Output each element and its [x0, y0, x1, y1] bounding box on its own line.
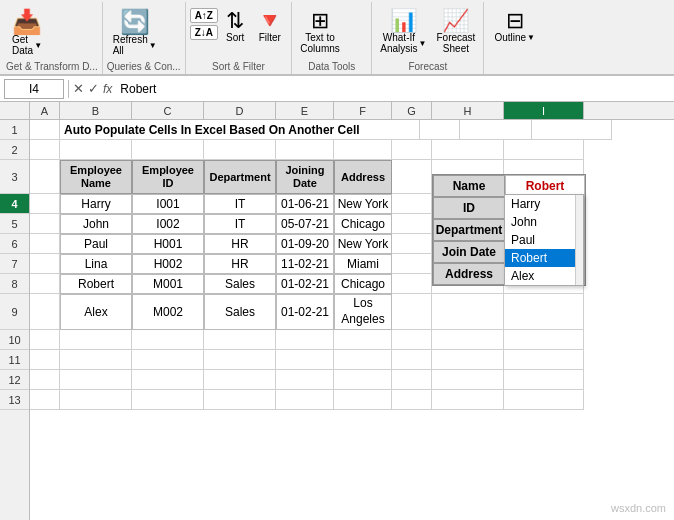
col-header-g[interactable]: G: [392, 102, 432, 119]
cell-e9[interactable]: 01-02-21: [276, 294, 334, 330]
cell-a1[interactable]: [30, 120, 60, 140]
formula-input[interactable]: Robert: [116, 81, 670, 97]
cell-c6[interactable]: H001: [132, 234, 204, 254]
cell-d9[interactable]: Sales: [204, 294, 276, 330]
cell-f3-header[interactable]: Address: [334, 160, 392, 194]
col-header-c[interactable]: C: [132, 102, 204, 119]
cell-c5[interactable]: I002: [132, 214, 204, 234]
dropdown-item-paul[interactable]: Paul: [505, 231, 583, 249]
cell-f6[interactable]: New York: [334, 234, 392, 254]
cell-h2[interactable]: [432, 140, 504, 160]
outline-button[interactable]: ⊟ Outline ▼: [488, 6, 541, 47]
cell-a5[interactable]: [30, 214, 60, 234]
col-header-a[interactable]: A: [30, 102, 60, 119]
sort-az-button[interactable]: A↑Z: [190, 8, 218, 23]
cell-b5[interactable]: John: [60, 214, 132, 234]
cell-f4[interactable]: New York: [334, 194, 392, 214]
cell-g2[interactable]: [392, 140, 432, 160]
cell-g3[interactable]: [392, 160, 432, 194]
cell-e6[interactable]: 01-09-20: [276, 234, 334, 254]
cell-d6[interactable]: HR: [204, 234, 276, 254]
cell-d7[interactable]: HR: [204, 254, 276, 274]
cell-a6[interactable]: [30, 234, 60, 254]
row-num-10[interactable]: 10: [0, 330, 29, 350]
row-num-6[interactable]: 6: [0, 234, 29, 254]
cell-e2[interactable]: [276, 140, 334, 160]
get-data-button[interactable]: 📥 Get Data ▼: [6, 6, 48, 60]
cell-c2[interactable]: [132, 140, 204, 160]
what-if-button[interactable]: 📊 What-IfAnalysis ▼: [376, 6, 430, 58]
dropdown-item-john[interactable]: John: [505, 213, 583, 231]
cell-b1[interactable]: Auto Populate Cells In Excel Based On An…: [60, 120, 420, 140]
dropdown-item-harry[interactable]: Harry: [505, 195, 583, 213]
col-header-d[interactable]: D: [204, 102, 276, 119]
cell-e3-header[interactable]: JoiningDate: [276, 160, 334, 194]
cell-a3[interactable]: [30, 160, 60, 194]
col-header-i[interactable]: I: [504, 102, 584, 119]
dropdown-item-alex[interactable]: Alex: [505, 267, 583, 285]
row-num-8[interactable]: 8: [0, 274, 29, 294]
row-num-13[interactable]: 13: [0, 390, 29, 410]
cell-f9[interactable]: LosAngeles: [334, 294, 392, 330]
row-num-4[interactable]: 4: [0, 194, 29, 214]
cell-e4[interactable]: 01-06-21: [276, 194, 334, 214]
cell-c9[interactable]: M002: [132, 294, 204, 330]
cell-d8[interactable]: Sales: [204, 274, 276, 294]
refresh-all-button[interactable]: 🔄 Refresh All ▼: [107, 6, 163, 60]
dropdown-item-robert[interactable]: Robert: [505, 249, 583, 267]
cell-a2[interactable]: [30, 140, 60, 160]
row-num-2[interactable]: 2: [0, 140, 29, 160]
cell-i1[interactable]: [532, 120, 612, 140]
cell-f2[interactable]: [334, 140, 392, 160]
cell-b4[interactable]: Harry: [60, 194, 132, 214]
cell-a9[interactable]: [30, 294, 60, 330]
cell-g6[interactable]: [392, 234, 432, 254]
cell-a7[interactable]: [30, 254, 60, 274]
cell-g9[interactable]: [392, 294, 432, 330]
cell-c4[interactable]: I001: [132, 194, 204, 214]
cell-e5[interactable]: 05-07-21: [276, 214, 334, 234]
row-num-11[interactable]: 11: [0, 350, 29, 370]
cell-b2[interactable]: [60, 140, 132, 160]
cell-c3-header[interactable]: EmployeeID: [132, 160, 204, 194]
row-num-7[interactable]: 7: [0, 254, 29, 274]
cell-b8[interactable]: Robert: [60, 274, 132, 294]
cell-c7[interactable]: H002: [132, 254, 204, 274]
cell-h9[interactable]: [432, 294, 504, 330]
cell-i9[interactable]: [504, 294, 584, 330]
cell-b7[interactable]: Lina: [60, 254, 132, 274]
cell-g4[interactable]: [392, 194, 432, 214]
cell-g8[interactable]: [392, 274, 432, 294]
row-num-9[interactable]: 9: [0, 294, 29, 330]
cell-c8[interactable]: M001: [132, 274, 204, 294]
cell-h1[interactable]: [460, 120, 532, 140]
sort-za-button[interactable]: Z↓A: [190, 25, 218, 40]
row-num-1[interactable]: 1: [0, 120, 29, 140]
cell-f7[interactable]: Miami: [334, 254, 392, 274]
forecast-sheet-button[interactable]: 📈 ForecastSheet: [432, 6, 479, 58]
cell-e8[interactable]: 01-02-21: [276, 274, 334, 294]
cell-g7[interactable]: [392, 254, 432, 274]
row-num-3[interactable]: 3: [0, 160, 29, 194]
cell-i2[interactable]: [504, 140, 584, 160]
col-header-h[interactable]: H: [432, 102, 504, 119]
cell-b6[interactable]: Paul: [60, 234, 132, 254]
cell-f5[interactable]: Chicago: [334, 214, 392, 234]
text-to-columns-button[interactable]: ⊞ Text toColumns: [296, 6, 343, 58]
cell-d3-header[interactable]: Department: [204, 160, 276, 194]
sort-button[interactable]: ⇅ Sort: [222, 6, 248, 47]
row-num-12[interactable]: 12: [0, 370, 29, 390]
cell-b9[interactable]: Alex: [60, 294, 132, 330]
cell-b3-header[interactable]: EmployeeName: [60, 160, 132, 194]
col-header-e[interactable]: E: [276, 102, 334, 119]
cell-d5[interactable]: IT: [204, 214, 276, 234]
cell-e7[interactable]: 11-02-21: [276, 254, 334, 274]
cell-a4[interactable]: [30, 194, 60, 214]
row-num-5[interactable]: 5: [0, 214, 29, 234]
col-header-f[interactable]: F: [334, 102, 392, 119]
dropdown-scrollbar[interactable]: [575, 195, 583, 285]
cell-a8[interactable]: [30, 274, 60, 294]
cell-d2[interactable]: [204, 140, 276, 160]
cell-g5[interactable]: [392, 214, 432, 234]
cell-d4[interactable]: IT: [204, 194, 276, 214]
